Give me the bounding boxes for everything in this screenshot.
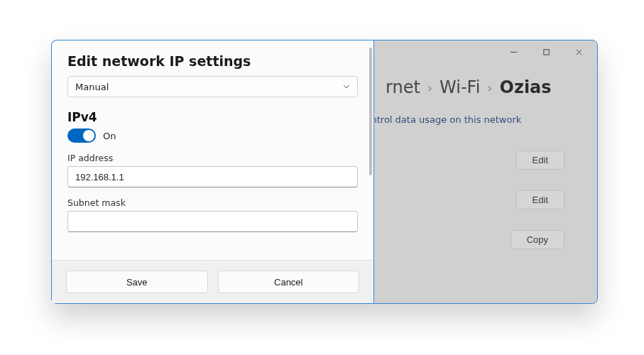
dialog-title: Edit network IP settings xyxy=(67,53,358,69)
subnet-mask-label: Subnet mask xyxy=(67,197,358,208)
ip-mode-selected-value: Manual xyxy=(75,82,109,92)
save-button[interactable]: Save xyxy=(66,271,208,293)
ipv4-heading: IPv4 xyxy=(67,110,358,124)
ip-address-input[interactable] xyxy=(67,166,358,187)
ipv4-toggle[interactable] xyxy=(67,129,96,143)
ipv4-toggle-label: On xyxy=(103,131,116,141)
ip-address-label: IP address xyxy=(67,153,358,163)
dialog-footer: Save Cancel xyxy=(52,260,373,303)
chevron-down-icon xyxy=(343,82,350,92)
subnet-mask-input[interactable] xyxy=(67,211,358,232)
ip-settings-dialog: Edit network IP settings Manual IPv4 On … xyxy=(51,40,374,304)
dialog-body: Edit network IP settings Manual IPv4 On … xyxy=(52,40,373,260)
ip-mode-select[interactable]: Manual xyxy=(67,76,358,97)
cancel-button[interactable]: Cancel xyxy=(218,271,360,293)
scrollbar[interactable] xyxy=(369,48,372,175)
ipv4-toggle-row: On xyxy=(67,129,358,143)
toggle-knob xyxy=(83,130,94,141)
